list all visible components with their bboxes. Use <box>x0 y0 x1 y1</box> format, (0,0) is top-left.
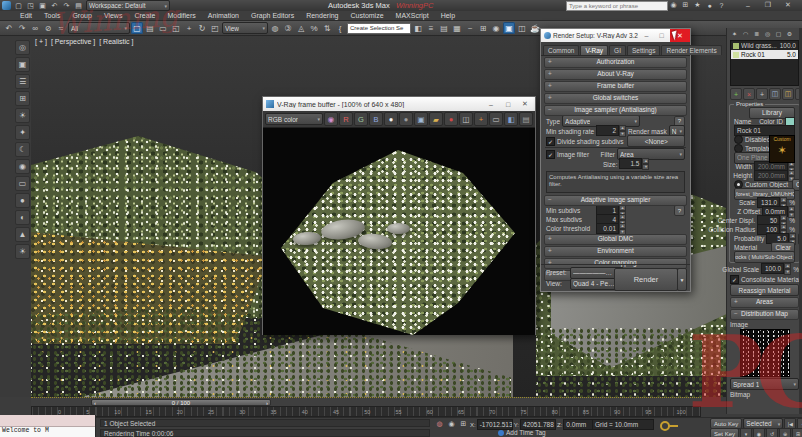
use-pivot-center-icon[interactable]: ◍ <box>269 22 281 34</box>
listener-macro-line[interactable] <box>0 415 95 427</box>
edit-named-selections-icon[interactable]: { <box>334 22 346 34</box>
viewport-menu-general[interactable]: [ + ] <box>35 38 47 45</box>
time-slider[interactable]: ‹ 0 / 100 › <box>31 397 701 406</box>
help-icon[interactable]: ? <box>716 0 727 10</box>
zoom-icon[interactable]: ⊕ <box>779 428 791 437</box>
vray-light-icon[interactable]: ✦ <box>15 125 30 140</box>
community-icon[interactable]: ◉ <box>668 0 679 10</box>
green-channel-icon[interactable]: G <box>354 112 368 126</box>
add-sub-icon[interactable]: + <box>756 88 768 100</box>
correction-controls-icon[interactable]: ◧ <box>504 112 518 126</box>
rollout-image-sampler[interactable]: Image sampler (Antialiasing) <box>544 105 687 116</box>
divide-shading-checkbox[interactable]: ✓ <box>546 137 555 146</box>
render-setup-tab[interactable]: Common <box>543 45 579 55</box>
reference-coordinate-select[interactable]: View▾ <box>222 22 268 34</box>
create-tab-icon[interactable]: ✶ <box>730 29 739 37</box>
render-button[interactable]: Render <box>614 268 678 291</box>
vray-materials-icon[interactable]: ◉ <box>15 159 30 174</box>
delete-item-icon[interactable]: × <box>743 88 755 100</box>
vray-night-icon[interactable]: ☾ <box>15 142 30 157</box>
undo-icon[interactable]: ↶ <box>3 22 15 34</box>
fb-minimize-button[interactable]: – <box>484 101 498 108</box>
rs-maximize-button[interactable]: □ <box>655 32 668 39</box>
select-by-name-icon[interactable]: ▤ <box>144 22 156 34</box>
menu-item[interactable]: Group <box>66 12 97 19</box>
show-channels-icon[interactable]: ◉ <box>324 112 338 126</box>
menu-item[interactable]: Modifiers <box>161 12 201 19</box>
maxscript-mini-listener[interactable]: Welcome to M <box>0 415 96 437</box>
clear-image-icon[interactable]: ● <box>444 112 458 126</box>
distribution-map-preview[interactable] <box>740 329 790 377</box>
reassign-material-button[interactable]: Reassign Material <box>730 284 799 296</box>
size-spinner[interactable]: 1.5▲▼ <box>619 158 649 170</box>
add-time-tag[interactable]: Add Time Tag <box>498 429 546 436</box>
menu-item[interactable]: Help <box>435 12 461 19</box>
alpha-channel-icon[interactable]: ● <box>384 112 398 126</box>
display-tab-icon[interactable]: ▢ <box>774 29 783 37</box>
disabled-radio[interactable] <box>734 135 743 144</box>
absolute-offset-icon[interactable]: ⊞ <box>458 419 469 429</box>
listener-output[interactable]: Welcome to M <box>0 427 95 437</box>
redo-icon[interactable]: ↷ <box>61 1 72 10</box>
motion-tab-icon[interactable]: ◎ <box>763 29 772 37</box>
rollout-header[interactable]: Frame buffer <box>544 81 687 92</box>
track-mouse-icon[interactable]: + <box>474 112 488 126</box>
select-and-rotate-icon[interactable]: ↻ <box>196 22 208 34</box>
consolidate-materials-checkbox[interactable]: ✓ <box>730 275 739 284</box>
favorites-icon[interactable]: ★ <box>692 0 703 10</box>
rollout-header[interactable]: About V-Ray <box>544 69 687 80</box>
bind-to-space-warp-icon[interactable]: ≈ <box>55 22 67 34</box>
vray-light-lister-icon[interactable]: ☀ <box>15 108 30 123</box>
list-item[interactable]: Wild grass... 100.0 <box>731 41 798 50</box>
render-setup-tab[interactable]: GI <box>609 45 626 55</box>
vray-sphere-light-icon[interactable]: ● <box>15 193 30 208</box>
rectangular-selection-icon[interactable]: ▭ <box>157 22 169 34</box>
align-icon[interactable]: ≡ <box>425 22 437 34</box>
vray-sun-icon[interactable]: ☀ <box>15 244 30 259</box>
key-filters-icon[interactable]: ▾ <box>740 428 752 437</box>
key-mode-icon[interactable]: ◉ <box>753 428 765 437</box>
stamp-icon[interactable]: ▤ <box>519 112 533 126</box>
curve-editor-icon[interactable]: ~ <box>464 22 476 34</box>
menu-item[interactable]: MAXScript <box>390 12 435 19</box>
frame-buffer-title-bar[interactable]: V-Ray frame buffer - [100% of 640 x 480]… <box>263 97 535 111</box>
vray-dome-light-icon[interactable]: ◐ <box>15 210 30 225</box>
set-keys-key-icon[interactable] <box>660 421 670 431</box>
save-image-icon[interactable]: ▣ <box>414 112 428 126</box>
selection-filter-select[interactable]: All▾ <box>68 22 130 34</box>
save-file-icon[interactable]: ▣ <box>37 1 48 10</box>
menu-item[interactable]: Rendering <box>300 12 344 19</box>
search-input[interactable]: Type a keyword or phrase <box>566 1 668 11</box>
layer-manager-icon[interactable]: ▤ <box>438 22 450 34</box>
rollout-adaptive-sampler[interactable]: Adaptive image sampler <box>544 195 687 206</box>
keyboard-icon[interactable]: ⊞ <box>680 0 691 10</box>
monochrome-icon[interactable]: ● <box>399 112 413 126</box>
red-channel-icon[interactable]: R <box>339 112 353 126</box>
list-item-selected[interactable]: Rock 01 5.0 <box>731 50 798 59</box>
viewport-menu-shading[interactable]: [ Realistic ] <box>99 38 133 45</box>
render-mask-none-button[interactable]: <None> <box>627 135 685 147</box>
select-object-icon[interactable]: ▢ <box>131 22 143 34</box>
vray-last-vfb-icon[interactable]: ▣ <box>15 57 30 72</box>
vray-plane-light-icon[interactable]: ▭ <box>15 176 30 191</box>
vray-listener-icon[interactable]: ☰ <box>15 74 30 89</box>
render-setup-tab[interactable]: V-Ray <box>580 45 608 55</box>
window-crossing-icon[interactable]: ◱ <box>170 22 182 34</box>
graphite-ribbon-icon[interactable]: ▦ <box>451 22 463 34</box>
load-image-icon[interactable]: ▰ <box>429 112 443 126</box>
undo-icon[interactable]: ↶ <box>49 1 60 10</box>
rollout-header[interactable]: Global switches <box>544 93 687 104</box>
channel-select[interactable]: RGB color▾ <box>265 113 323 125</box>
region-render-icon[interactable]: ▭ <box>489 112 503 126</box>
sign-in-icon[interactable]: ● <box>704 0 715 10</box>
fb-maximize-button[interactable]: □ <box>501 101 515 108</box>
menu-item[interactable]: Animation <box>202 12 245 19</box>
modify-tab-icon[interactable]: ◠ <box>741 29 750 37</box>
menu-item[interactable]: Tools <box>38 12 66 19</box>
copy-item-icon[interactable]: ◫ <box>769 88 781 100</box>
render-setup-icon[interactable]: ▣ <box>503 22 515 34</box>
project-folder-icon[interactable]: ▤ <box>73 1 84 10</box>
height-spinner[interactable]: 200.0mm▲▼ <box>754 170 795 182</box>
frame-back-arrow[interactable]: ‹ <box>94 400 96 406</box>
frame-forward-arrow[interactable]: › <box>266 400 268 406</box>
